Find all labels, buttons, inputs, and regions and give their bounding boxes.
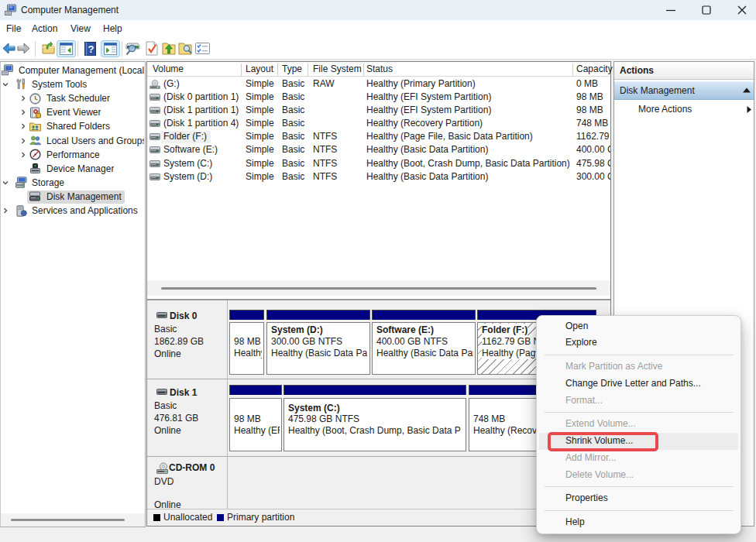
svg-text:?: ?	[88, 43, 94, 55]
